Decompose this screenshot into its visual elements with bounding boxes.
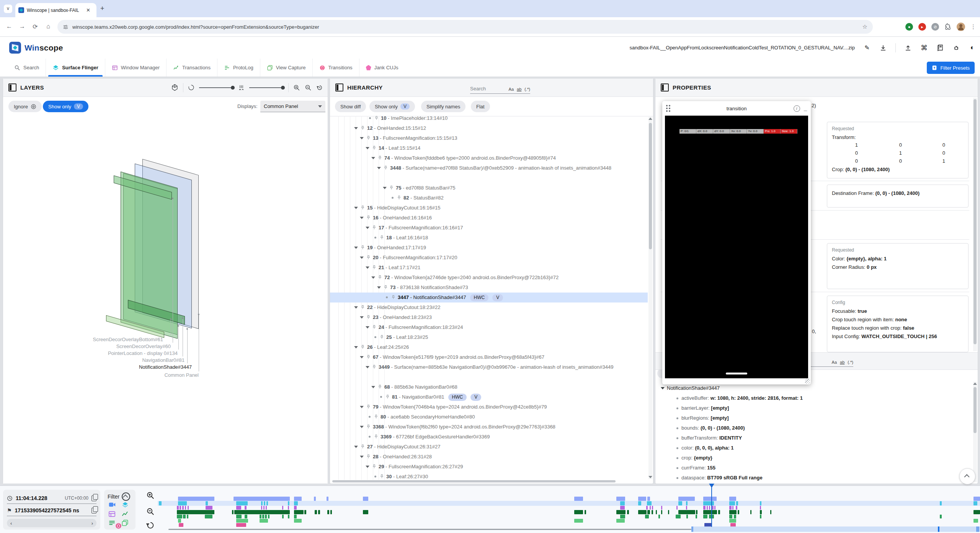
pin-icon[interactable]	[366, 255, 371, 260]
pin-icon[interactable]	[366, 454, 371, 459]
transactions-row-entry[interactable]	[315, 510, 317, 514]
properties-tree-vscrollbar[interactable]	[973, 382, 977, 482]
expand-arrow-icon[interactable]	[366, 227, 369, 229]
timeline-cursor-head[interactable]	[709, 484, 714, 488]
property-item-bounds[interactable]: bounds: (0, 0) - (1080, 2400)	[675, 423, 745, 433]
screen-recording-row-entry[interactable]	[940, 501, 942, 505]
protolog-row-entry[interactable]	[187, 515, 188, 518]
screen-recording-row-entry[interactable]	[736, 501, 738, 505]
hierarchy-node-74[interactable]: 74 - WindowToken{fdddbe6 type=2000 andro…	[330, 153, 648, 163]
pin-icon[interactable]	[391, 295, 396, 300]
expand-arrow-icon[interactable]	[360, 426, 364, 428]
view-capture-row-entry[interactable]	[178, 519, 181, 523]
hierarchy-node-3369[interactable]: 3369 - 67726bf EdgeBackGestureHandler0#3…	[330, 432, 648, 442]
wm-trace-row-entry[interactable]	[760, 506, 761, 510]
match-case-icon[interactable]: Aa	[509, 87, 514, 92]
wm-trace-row-entry[interactable]	[646, 506, 648, 510]
screen-recording-row-entry[interactable]	[288, 501, 289, 505]
hierarchy-node-67[interactable]: 67 - WindowToken{e5176f9 type=2019 andro…	[330, 352, 648, 362]
protolog-row-entry[interactable]	[294, 515, 297, 518]
extension-icon[interactable]: ●	[905, 23, 913, 31]
layer-label-1[interactable]: ScreenDecorOverlay#60	[116, 343, 171, 349]
hierarchy-search-field[interactable]: Search Aa ab (.*)	[470, 82, 530, 94]
transactions-row-entry[interactable]	[678, 510, 695, 514]
protolog-row-entry[interactable]	[686, 515, 688, 518]
property-item-color[interactable]: color: (0, 0, 0), alpha: 1	[675, 443, 734, 453]
pin-icon[interactable]	[372, 146, 377, 150]
range-handle[interactable]	[938, 526, 939, 532]
expand-arrow-icon[interactable]	[360, 456, 364, 458]
sf-trace-row-entry[interactable]	[678, 497, 695, 501]
bookmark-star-icon[interactable]: ☆	[862, 23, 867, 30]
upload-icon[interactable]	[904, 44, 912, 52]
layer-label-3[interactable]: NavigationBar0#81	[142, 357, 185, 363]
protolog-row-entry[interactable]	[236, 515, 242, 518]
hierarchy-node-15[interactable]: 15 - HideDisplayCutout:16:16#15	[330, 203, 648, 213]
screen-recording-row-entry[interactable]	[760, 501, 761, 505]
hierarchy-node-68[interactable]: 68 - 885b63e NavigationBar0#68	[330, 382, 648, 392]
wm-trace-row-entry[interactable]	[185, 506, 186, 510]
reload-icon[interactable]: ⟳	[31, 23, 39, 30]
active-transition-row-entry[interactable]	[704, 523, 712, 527]
pin-icon[interactable]	[377, 384, 382, 389]
home-icon[interactable]: ⌂	[44, 23, 52, 30]
hierarchy-node-3448[interactable]: 3448 - Surface(name=ed70f88 StatusBar)/@…	[330, 163, 648, 183]
ignore-chip[interactable]: Ignore	[8, 101, 42, 112]
expand-arrow-icon[interactable]	[354, 446, 358, 448]
hierarchy-hscrollbar[interactable]	[332, 480, 616, 482]
tab-transactions[interactable]: Transactions	[166, 59, 217, 77]
scroll-right-icon[interactable]: ›	[91, 520, 93, 526]
wm-trace-row-entry[interactable]	[650, 506, 651, 510]
scroll-up-icon[interactable]	[648, 118, 652, 120]
protolog-row-entry[interactable]	[183, 515, 186, 518]
wm-trace-row-entry[interactable]	[709, 506, 710, 510]
regex-icon[interactable]: (.*)	[524, 87, 530, 92]
screen-recording-row-entry[interactable]	[703, 501, 714, 505]
property-item-barrierLayer[interactable]: barrierLayer: [empty]	[675, 403, 729, 413]
wm-trace-row-entry[interactable]	[182, 506, 184, 510]
transitions-row-entry[interactable]	[236, 523, 246, 527]
range-handle[interactable]	[976, 526, 979, 532]
3d-view-icon[interactable]	[171, 84, 178, 91]
wm-trace-row-entry[interactable]	[177, 506, 179, 510]
protolog-row-entry[interactable]	[760, 515, 761, 518]
sf-trace-row-entry[interactable]	[616, 497, 625, 501]
protolog-row-entry[interactable]	[696, 515, 697, 518]
expand-arrow-icon[interactable]	[371, 276, 375, 279]
pin-icon[interactable]	[379, 335, 384, 340]
protolog-row-entry[interactable]	[288, 515, 289, 518]
wm-trace-row-entry[interactable]	[188, 506, 189, 510]
hierarchy-node-20[interactable]: 20 - FullscreenMagnification:17:17#20	[330, 253, 648, 263]
pin-icon[interactable]	[360, 205, 365, 210]
transactions-row-entry[interactable]	[318, 510, 320, 514]
transactions-row-entry[interactable]	[304, 510, 306, 514]
protolog-row-entry[interactable]	[205, 515, 212, 518]
pin-icon[interactable]	[360, 305, 365, 310]
pin-icon[interactable]	[372, 365, 377, 370]
expand-arrow-icon[interactable]	[360, 316, 364, 319]
pin-icon[interactable]	[377, 275, 382, 280]
window-manager-trace-icon[interactable]	[109, 511, 115, 517]
extension-icon[interactable]: ▸	[918, 23, 926, 31]
pin-icon[interactable]	[372, 325, 377, 330]
wm-trace-row-entry[interactable]	[714, 506, 715, 510]
transactions-row-entry[interactable]	[760, 510, 762, 514]
extensions-puzzle-icon[interactable]	[944, 23, 951, 30]
copy-icon[interactable]	[91, 508, 96, 513]
transactions-row-entry[interactable]	[973, 510, 980, 514]
expand-arrow-icon[interactable]	[354, 346, 358, 348]
pin-icon[interactable]	[383, 285, 388, 290]
transitions-row-entry[interactable]	[730, 523, 736, 527]
pin-icon[interactable]	[383, 165, 388, 170]
timeline-hscroll[interactable]: ‹ ›	[7, 519, 96, 527]
transitions-trace-icon[interactable]	[115, 523, 122, 529]
wm-trace-row-entry[interactable]	[236, 506, 241, 510]
show-only-chip[interactable]: Show only V	[43, 101, 88, 112]
expand-arrow-icon[interactable]	[360, 356, 364, 358]
pin-icon[interactable]	[372, 464, 377, 469]
view-capture-row-entry[interactable]	[574, 519, 583, 523]
surface-flinger-trace-icon[interactable]	[122, 501, 129, 508]
pin-icon[interactable]	[379, 235, 384, 240]
shortcuts-icon[interactable]: ⌘	[920, 44, 928, 52]
hierarchy-node-82[interactable]: 82 - StatusBar#82	[330, 193, 648, 203]
